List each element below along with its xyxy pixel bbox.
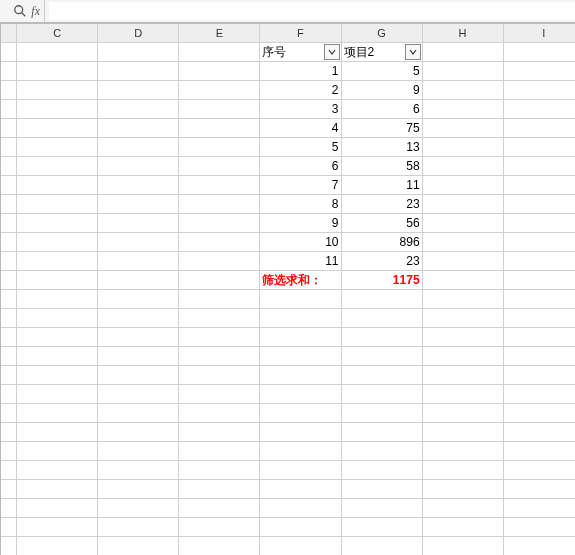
filter-button-f[interactable] bbox=[324, 44, 340, 60]
magnifier-icon[interactable] bbox=[13, 4, 27, 18]
table-row bbox=[1, 404, 575, 423]
cell-g[interactable]: 896 bbox=[341, 233, 422, 252]
col-header-H[interactable]: H bbox=[422, 24, 503, 43]
table-row: 475 bbox=[1, 119, 575, 138]
table-row: 1123 bbox=[1, 252, 575, 271]
table-row: 15 bbox=[1, 62, 575, 81]
cell-g[interactable]: 6 bbox=[341, 100, 422, 119]
spreadsheet-grid[interactable]: C D E F G H I J 序号 bbox=[0, 23, 575, 555]
cell-f[interactable]: 7 bbox=[260, 176, 341, 195]
cell-f[interactable]: 5 bbox=[260, 138, 341, 157]
table-row: 10896 bbox=[1, 233, 575, 252]
table-row bbox=[1, 480, 575, 499]
table-row: 36 bbox=[1, 100, 575, 119]
col-header-D[interactable]: D bbox=[98, 24, 179, 43]
column-header-row: C D E F G H I J bbox=[1, 24, 575, 43]
table-row bbox=[1, 385, 575, 404]
table-header-row: 序号 项目2 bbox=[1, 43, 575, 62]
table-row bbox=[1, 442, 575, 461]
cell-g[interactable]: 9 bbox=[341, 81, 422, 100]
col-header-F[interactable]: F bbox=[260, 24, 341, 43]
table-row: 956 bbox=[1, 214, 575, 233]
col-header-E[interactable]: E bbox=[179, 24, 260, 43]
summary-label[interactable]: 筛选求和： bbox=[260, 271, 341, 290]
summary-row: 筛选求和：1175 bbox=[1, 271, 575, 290]
cell-f[interactable]: 1 bbox=[260, 62, 341, 81]
cell-g[interactable]: 58 bbox=[341, 157, 422, 176]
table-row bbox=[1, 537, 575, 556]
table-row bbox=[1, 461, 575, 480]
header-f-label: 序号 bbox=[262, 45, 286, 59]
table-row bbox=[1, 499, 575, 518]
svg-line-1 bbox=[22, 13, 26, 17]
table-row bbox=[1, 423, 575, 442]
cell-f[interactable]: 6 bbox=[260, 157, 341, 176]
formula-bar: fx bbox=[0, 0, 575, 23]
fx-label[interactable]: fx bbox=[31, 4, 40, 19]
filter-button-g[interactable] bbox=[405, 44, 421, 60]
svg-point-0 bbox=[15, 6, 23, 14]
table-row: 711 bbox=[1, 176, 575, 195]
cell-g[interactable]: 11 bbox=[341, 176, 422, 195]
cell-g[interactable]: 75 bbox=[341, 119, 422, 138]
table-row bbox=[1, 347, 575, 366]
col-header-I[interactable]: I bbox=[503, 24, 575, 43]
header-cell-f[interactable]: 序号 bbox=[260, 43, 341, 62]
header-cell-g[interactable]: 项目2 bbox=[341, 43, 422, 62]
header-g-label: 项目2 bbox=[344, 45, 375, 59]
table-row bbox=[1, 518, 575, 537]
chevron-down-icon bbox=[409, 48, 417, 56]
table-row: 29 bbox=[1, 81, 575, 100]
table-row: 658 bbox=[1, 157, 575, 176]
summary-value[interactable]: 1175 bbox=[341, 271, 422, 290]
cell-g[interactable]: 13 bbox=[341, 138, 422, 157]
table-row bbox=[1, 366, 575, 385]
cell-f[interactable]: 10 bbox=[260, 233, 341, 252]
cell-f[interactable]: 4 bbox=[260, 119, 341, 138]
cell-g[interactable]: 56 bbox=[341, 214, 422, 233]
cell-f[interactable]: 8 bbox=[260, 195, 341, 214]
cell-f[interactable]: 11 bbox=[260, 252, 341, 271]
cell-f[interactable]: 3 bbox=[260, 100, 341, 119]
table-row bbox=[1, 309, 575, 328]
cell-g[interactable]: 23 bbox=[341, 195, 422, 214]
formula-input[interactable] bbox=[49, 2, 575, 20]
cell-g[interactable]: 23 bbox=[341, 252, 422, 271]
cell-f[interactable]: 9 bbox=[260, 214, 341, 233]
col-header-G[interactable]: G bbox=[341, 24, 422, 43]
formula-bar-left: fx bbox=[0, 0, 45, 22]
sheet-table: C D E F G H I J 序号 bbox=[1, 24, 575, 555]
cell-g[interactable]: 5 bbox=[341, 62, 422, 81]
cell-f[interactable]: 2 bbox=[260, 81, 341, 100]
table-row: 823 bbox=[1, 195, 575, 214]
table-row bbox=[1, 328, 575, 347]
table-row: 513 bbox=[1, 138, 575, 157]
chevron-down-icon bbox=[328, 48, 336, 56]
table-row bbox=[1, 290, 575, 309]
corner-cell bbox=[1, 24, 17, 43]
col-header-C[interactable]: C bbox=[17, 24, 98, 43]
